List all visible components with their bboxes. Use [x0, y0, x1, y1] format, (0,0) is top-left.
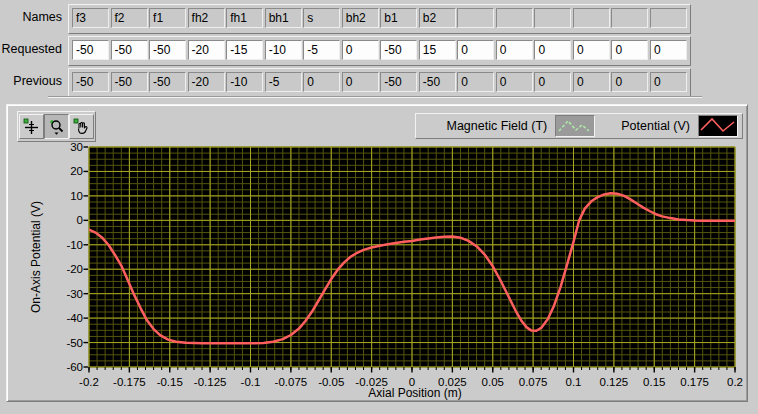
requested-field[interactable]: 0 — [650, 40, 687, 60]
y-tick-label: -50 — [47, 335, 83, 351]
x-tick-label: 0.2 — [710, 374, 758, 390]
requested-field[interactable]: -20 — [188, 40, 225, 60]
names-field: b1 — [380, 8, 417, 28]
requested-field[interactable]: 0 — [611, 40, 648, 60]
requested-field[interactable]: -50 — [72, 40, 109, 60]
previous-field: -10 — [226, 72, 263, 92]
requested-field[interactable]: -15 — [226, 40, 263, 60]
previous-field: -5 — [265, 72, 302, 92]
y-tick-label: -30 — [47, 286, 83, 302]
pan-tool-button[interactable] — [69, 114, 94, 139]
requested-field[interactable]: -50 — [111, 40, 148, 60]
requested-field[interactable]: 15 — [419, 40, 456, 60]
previous-field: 0 — [611, 72, 648, 92]
previous-row-label: Previous — [0, 73, 62, 89]
y-tick-label: 30 — [47, 139, 83, 155]
cursor-tool-button[interactable] — [19, 114, 44, 139]
names-field — [573, 8, 610, 28]
y-tick-label: 0 — [47, 212, 83, 228]
legend-item-potential[interactable]: Potential (V) — [621, 115, 738, 137]
requested-field[interactable]: 0 — [573, 40, 610, 60]
names-field: fh1 — [226, 8, 263, 28]
section-divider — [48, 96, 702, 98]
graph-tool-palette — [17, 111, 96, 142]
names-field — [650, 8, 687, 28]
xy-graph-panel: Magnetic Field (T) Potential (V) -0.2-0.… — [6, 104, 748, 402]
plot-legend: Magnetic Field (T) Potential (V) — [415, 113, 743, 139]
legend-label-magnetic-field: Magnetic Field (T) — [446, 119, 547, 133]
names-field: fh2 — [188, 8, 225, 28]
names-field: bh2 — [342, 8, 379, 28]
previous-field: -50 — [419, 72, 456, 92]
previous-field: 0 — [457, 72, 494, 92]
y-tick-label: 20 — [47, 163, 83, 179]
legend-item-magnetic-field[interactable]: Magnetic Field (T) — [446, 115, 595, 137]
y-tick-label: -40 — [47, 310, 83, 326]
previous-field: -50 — [72, 72, 109, 92]
names-field: b2 — [419, 8, 456, 28]
requested-field[interactable]: -50 — [380, 40, 417, 60]
names-field: f3 — [72, 8, 109, 28]
names-field — [611, 8, 648, 28]
requested-field[interactable]: 0 — [496, 40, 533, 60]
y-tick-label: -10 — [47, 237, 83, 253]
previous-field: 0 — [650, 72, 687, 92]
previous-field: 0 — [496, 72, 533, 92]
y-tick-label: -20 — [47, 261, 83, 277]
y-axis-title: On-Axis Potential (V) — [29, 147, 45, 367]
previous-field: -50 — [111, 72, 148, 92]
names-field — [457, 8, 494, 28]
previous-field: 0 — [573, 72, 610, 92]
crosshair-icon — [23, 118, 40, 135]
previous-field: -50 — [149, 72, 186, 92]
previous-field: -50 — [380, 72, 417, 92]
names-field: s — [303, 8, 340, 28]
previous-field: -20 — [188, 72, 225, 92]
requested-row-label: Requested — [0, 41, 62, 57]
magnetic-field-line-sample-icon[interactable] — [555, 115, 595, 137]
names-row-label: Names — [0, 9, 62, 25]
names-row: f3f2f1fh2fh1bh1sbh2b1b2 — [68, 4, 691, 34]
requested-row: -50-50-50-20-15-10-50-5015000000 — [68, 36, 691, 66]
plot-area[interactable] — [83, 141, 747, 381]
magnifier-icon — [48, 118, 65, 135]
requested-field[interactable]: -5 — [303, 40, 340, 60]
legend-label-potential: Potential (V) — [621, 119, 690, 133]
requested-field[interactable]: -10 — [265, 40, 302, 60]
requested-field[interactable]: -50 — [149, 40, 186, 60]
requested-field[interactable]: 0 — [534, 40, 571, 60]
hand-icon — [73, 118, 90, 135]
zoom-tool-button[interactable] — [44, 114, 69, 139]
previous-field: 0 — [303, 72, 340, 92]
requested-field[interactable]: 0 — [457, 40, 494, 60]
y-tick-label: -60 — [47, 359, 83, 375]
names-field: bh1 — [265, 8, 302, 28]
x-axis-title: Axial Position (m) — [315, 386, 515, 400]
previous-row: -50-50-50-20-10-500-50-50000000 — [68, 68, 691, 98]
potential-line-sample-icon[interactable] — [698, 115, 738, 137]
names-field: f1 — [149, 8, 186, 28]
names-field — [534, 8, 571, 28]
previous-field: 0 — [534, 72, 571, 92]
y-tick-label: 10 — [47, 188, 83, 204]
previous-field: 0 — [342, 72, 379, 92]
names-field — [496, 8, 533, 28]
requested-field[interactable]: 0 — [342, 40, 379, 60]
names-field: f2 — [111, 8, 148, 28]
